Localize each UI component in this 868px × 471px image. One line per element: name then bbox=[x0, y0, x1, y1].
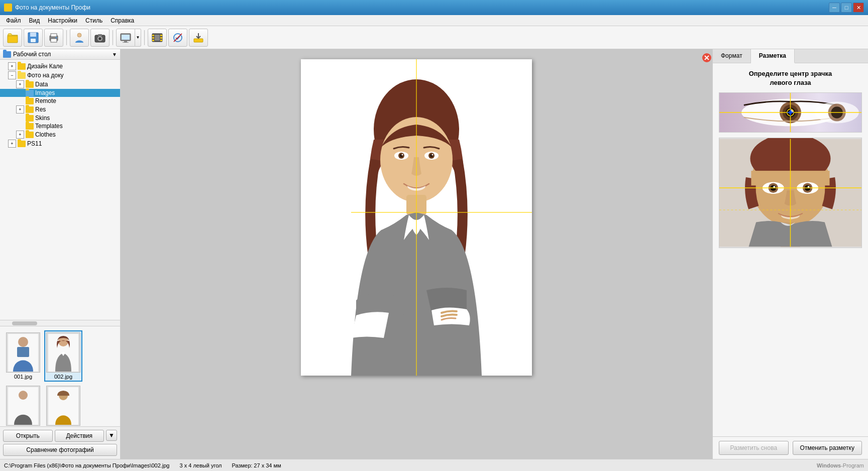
svg-point-7 bbox=[56, 37, 57, 38]
menu-file[interactable]: Файл bbox=[2, 16, 25, 25]
svg-rect-5 bbox=[51, 34, 57, 37]
panel-content: Определите центр зрачкалевого глаза bbox=[713, 63, 868, 436]
folder-icon-clothes bbox=[26, 132, 34, 138]
close-button[interactable]: ✕ bbox=[853, 3, 864, 13]
redo-markup-button[interactable]: Разметить снова bbox=[719, 441, 789, 455]
menu-view[interactable]: Вид bbox=[25, 16, 44, 25]
tree-item-dizayn[interactable]: + Дизайн Кале bbox=[0, 62, 120, 71]
thumb-label-001: 001.jpg bbox=[14, 374, 32, 380]
toolbar-film-button[interactable] bbox=[148, 29, 167, 47]
tree-label-ps11: PS11 bbox=[27, 140, 42, 147]
tree-label-dizayn: Дизайн Кале bbox=[27, 63, 63, 70]
folder-icon-remote bbox=[26, 98, 34, 104]
status-bar: C:\Program Files (x86)\Фото на документы… bbox=[0, 459, 868, 471]
photo-canvas bbox=[301, 59, 532, 376]
svg-point-28 bbox=[18, 337, 28, 347]
folder-icon-foto bbox=[18, 72, 26, 79]
tree-label-remote: Remote bbox=[35, 97, 56, 104]
svg-rect-23 bbox=[160, 40, 162, 41]
compare-button[interactable]: Сравнение фотографий bbox=[3, 444, 117, 456]
expand-ps11[interactable]: + bbox=[8, 140, 16, 148]
tree-item-templates[interactable]: Templates bbox=[0, 122, 120, 130]
expand-dizayn[interactable]: + bbox=[8, 62, 16, 70]
eye-preview[interactable] bbox=[719, 92, 862, 133]
status-format: 3 x 4 левый угол bbox=[179, 462, 222, 468]
thumbnail-001[interactable]: 001.jpg bbox=[4, 330, 42, 382]
tree-item-skins[interactable]: Skins bbox=[0, 114, 120, 122]
menu-bar: Файл Вид Настройки Стиль Справка bbox=[0, 15, 868, 26]
tab-format[interactable]: Формат bbox=[713, 49, 751, 63]
toolbar-open-button[interactable] bbox=[3, 29, 22, 47]
folder-icon-images bbox=[26, 90, 34, 96]
svg-rect-24 bbox=[155, 35, 160, 41]
tree-item-ps11[interactable]: + PS11 bbox=[0, 139, 120, 148]
folder-icon bbox=[3, 51, 11, 58]
svg-point-33 bbox=[19, 391, 28, 400]
window-controls: ─ □ ✕ bbox=[829, 3, 864, 13]
open-button[interactable]: Открыть bbox=[3, 430, 53, 442]
tree-label-data: Data bbox=[35, 81, 48, 88]
tree-dropdown-arrow[interactable]: ▼ bbox=[112, 52, 117, 57]
expand-data[interactable]: + bbox=[16, 80, 24, 88]
svg-rect-6 bbox=[51, 39, 57, 42]
tree-item-foto[interactable]: − Фото на доку bbox=[0, 71, 120, 80]
tree-item-data[interactable]: + Data bbox=[0, 80, 120, 89]
toolbar-monitor-group: ▼ bbox=[116, 29, 141, 47]
cancel-markup-button[interactable]: Отменить разметку bbox=[793, 441, 862, 455]
toolbar-print-button[interactable] bbox=[44, 29, 63, 47]
toolbar-save-button[interactable] bbox=[24, 29, 43, 47]
actions-button[interactable]: Действия bbox=[55, 430, 104, 442]
thumbnail-003[interactable]: 003.jpg bbox=[4, 384, 42, 426]
folder-icon-ps11 bbox=[18, 141, 26, 147]
title-bar-left: Фото на документы Профи bbox=[4, 4, 90, 12]
tab-razmetka[interactable]: Разметка bbox=[751, 49, 795, 63]
toolbar-monitor-button[interactable] bbox=[116, 29, 135, 47]
tree-item-remote[interactable]: Remote bbox=[0, 97, 120, 105]
menu-help[interactable]: Справка bbox=[106, 16, 138, 25]
file-tree-header: Рабочий стол ▼ bbox=[0, 49, 120, 60]
tree-label-res: Res bbox=[35, 106, 46, 113]
folder-icon-skins bbox=[26, 115, 34, 122]
svg-rect-12 bbox=[98, 34, 102, 36]
menu-settings[interactable]: Настройки bbox=[44, 16, 81, 25]
toolbar-export-button[interactable] bbox=[189, 29, 208, 47]
toolbar-person-button[interactable] bbox=[70, 29, 89, 47]
tree-item-clothes[interactable]: + Clothes bbox=[0, 130, 120, 139]
thumbnail-002[interactable]: 002.jpg bbox=[44, 330, 82, 382]
expand-res[interactable]: + bbox=[16, 105, 24, 113]
right-panel: Формат Разметка Определите центр зрачкал… bbox=[712, 49, 868, 459]
folder-icon-data bbox=[26, 81, 34, 88]
thumb-img-003 bbox=[6, 386, 40, 426]
thumbnail-photo2[interactable]: Photo 2.jpg bbox=[44, 384, 82, 426]
svg-rect-22 bbox=[160, 37, 162, 39]
panel-tabs: Формат Разметка bbox=[713, 49, 868, 63]
title-bar: Фото на документы Профи ─ □ ✕ bbox=[0, 0, 868, 15]
actions-dropdown-button[interactable]: ▼ bbox=[106, 430, 117, 441]
toolbar-separator-1 bbox=[66, 30, 67, 45]
toolbar-retouch-button[interactable] bbox=[168, 29, 187, 47]
toolbar-monitor-dropdown[interactable]: ▼ bbox=[135, 29, 141, 47]
h-scrollbar-thumb bbox=[12, 321, 37, 325]
minimize-button[interactable]: ─ bbox=[829, 3, 840, 13]
tree-item-res[interactable]: + Res bbox=[0, 105, 120, 114]
canvas-area bbox=[121, 49, 712, 459]
eye-svg-container bbox=[719, 93, 861, 132]
h-scrollbar[interactable] bbox=[0, 320, 120, 326]
tree-label-clothes: Clothes bbox=[35, 131, 56, 138]
svg-rect-18 bbox=[152, 35, 154, 36]
svg-point-46 bbox=[432, 154, 433, 156]
svg-rect-29 bbox=[17, 347, 29, 357]
toolbar-camera-button[interactable] bbox=[90, 29, 110, 47]
expand-clothes[interactable]: + bbox=[16, 131, 24, 139]
window-title: Фото на документы Профи bbox=[15, 4, 90, 11]
left-panel: Рабочий стол ▼ + Дизайн Кале − Фото на д… bbox=[0, 49, 121, 459]
right-panel-close-button[interactable] bbox=[702, 53, 711, 62]
expand-foto[interactable]: − bbox=[8, 71, 16, 79]
maximize-button[interactable]: □ bbox=[841, 3, 852, 13]
menu-style[interactable]: Стиль bbox=[81, 16, 106, 25]
thumbnail-grid: 001.jpg 002.jp bbox=[0, 326, 120, 426]
face-preview[interactable] bbox=[719, 138, 862, 248]
svg-point-8 bbox=[77, 33, 81, 37]
eye-svg bbox=[719, 93, 861, 132]
tree-item-images[interactable]: Images bbox=[0, 89, 120, 97]
